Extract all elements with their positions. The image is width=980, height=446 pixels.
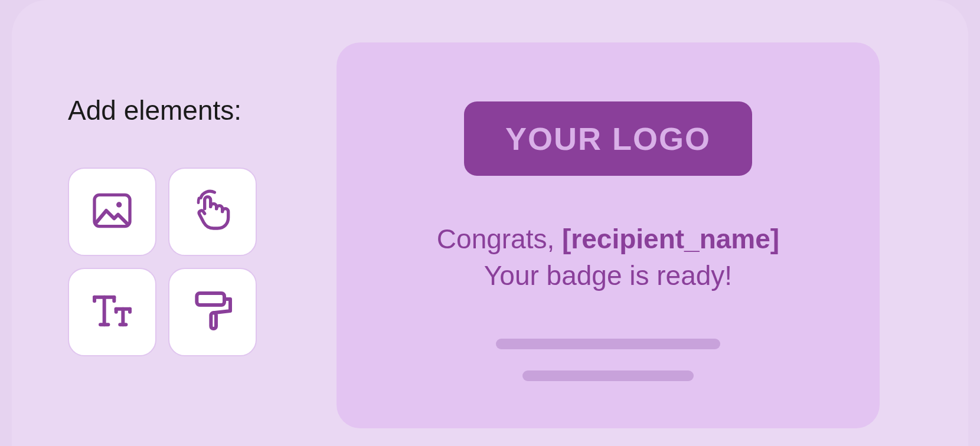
message-line-1[interactable]: Congrats, [recipient_name] [437, 223, 779, 255]
add-image-button[interactable] [68, 168, 156, 256]
message-line-2[interactable]: Your badge is ready! [484, 260, 732, 291]
placeholder-bar [496, 339, 720, 349]
add-text-button[interactable] [68, 268, 156, 356]
placeholder-bar [522, 370, 694, 381]
svg-point-1 [116, 202, 122, 207]
editor-panel: Add elements: [12, 0, 968, 446]
body-placeholder [496, 339, 720, 381]
svg-rect-3 [211, 313, 216, 329]
button-icon [189, 187, 236, 237]
image-icon [89, 187, 136, 237]
tool-grid [68, 168, 277, 356]
email-canvas[interactable]: YOUR LOGO Congrats, [recipient_name] You… [337, 42, 880, 428]
paint-roller-icon [189, 287, 236, 337]
add-style-button[interactable] [168, 268, 257, 356]
add-button-button[interactable] [168, 168, 257, 256]
canvas-area: YOUR LOGO Congrats, [recipient_name] You… [277, 0, 968, 446]
logo-placeholder[interactable]: YOUR LOGO [464, 101, 752, 176]
text-icon [89, 287, 136, 337]
sidebar: Add elements: [12, 0, 277, 446]
message-prefix: Congrats, [437, 224, 562, 254]
svg-rect-2 [197, 293, 224, 305]
sidebar-title: Add elements: [68, 94, 277, 126]
recipient-placeholder: [recipient_name] [562, 224, 779, 254]
